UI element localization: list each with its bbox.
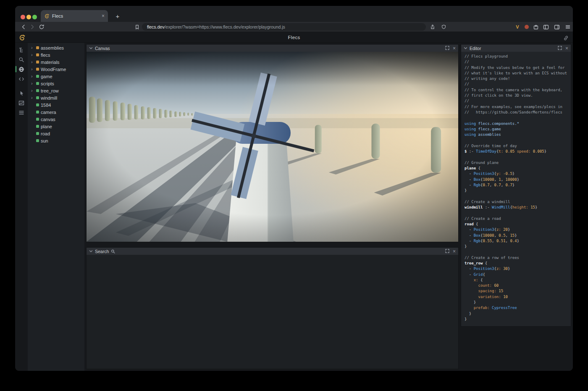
code-line: // what it's like to work with an ECS wi… (465, 71, 568, 76)
tree-item-WoodFrame[interactable]: ›WoodFrame (28, 66, 84, 73)
code-line: // writing any code! (465, 76, 568, 82)
expand-arrow-icon[interactable]: › (31, 53, 34, 57)
log-rows-icon[interactable] (15, 108, 28, 117)
expand-arrow-icon[interactable]: › (31, 74, 34, 79)
tree-item-label: canvas (41, 117, 55, 122)
tab-title: Flecs (52, 13, 63, 18)
flecs-favicon-icon (44, 13, 50, 19)
sidebar-toggle-icon[interactable] (542, 22, 550, 32)
editor-panel: Editor × // Flecs playground//// Modify … (461, 44, 571, 327)
tree-item-label: plane (41, 124, 52, 129)
expand-arrow-icon[interactable]: › (31, 88, 34, 93)
browser-menu-icon[interactable] (564, 22, 572, 32)
expand-arrow-icon[interactable]: › (31, 60, 34, 64)
collapse-chevron-icon[interactable] (464, 46, 467, 50)
expand-arrow-icon[interactable]: › (31, 95, 34, 100)
close-window-button[interactable] (21, 15, 25, 19)
browser-window: Flecs × + flecs.dev/explorer/?wasm=https… (15, 6, 573, 371)
expand-panel-icon[interactable] (445, 249, 449, 254)
entity-color-swatch (36, 89, 39, 92)
app-header: Flecs (15, 32, 573, 43)
tree-item-tree_row[interactable]: ›tree_row (28, 87, 84, 94)
code-line: x: { (465, 277, 568, 283)
back-button[interactable] (19, 22, 28, 32)
expand-panel-icon[interactable] (558, 46, 562, 51)
code-line: - Rgb{0.55, 0.51, 0.4} (465, 238, 568, 244)
bookmark-icon[interactable] (133, 22, 141, 32)
close-panel-icon[interactable]: × (453, 249, 456, 254)
entity-color-swatch (36, 68, 39, 71)
code-line: using flecs.game (465, 127, 568, 132)
code-line: } (465, 311, 568, 317)
panel-toggle-icon[interactable] (553, 22, 561, 32)
code-icon[interactable] (15, 74, 28, 84)
entities-tree-icon[interactable] (15, 45, 28, 55)
code-line: - Position3{y: -0.5} (465, 171, 568, 177)
tree-item-sun[interactable]: sun (28, 137, 84, 144)
minimize-window-button[interactable] (26, 15, 31, 19)
reload-button[interactable] (37, 22, 46, 32)
code-line: spacing: 15 (465, 288, 568, 294)
extension-v-icon[interactable]: V (513, 22, 522, 32)
address-bar[interactable]: flecs.dev/explorer/?wasm=https://www.fle… (142, 23, 426, 31)
code-editor[interactable]: // Flecs playground//// Modify the value… (461, 52, 571, 326)
canvas-3d-view[interactable] (87, 52, 458, 242)
tree-item-plane[interactable]: plane (28, 123, 84, 130)
tree-item-road[interactable]: road (28, 130, 84, 137)
browser-toolbar: flecs.dev/explorer/?wasm=https://www.fle… (15, 22, 573, 32)
new-tab-button[interactable]: + (113, 11, 122, 21)
canvas-body (87, 52, 458, 242)
extension-dot-icon[interactable] (522, 22, 531, 32)
search-icon[interactable] (15, 55, 28, 64)
app-body: ›assemblies›flecs›materials›WoodFrame›ga… (15, 43, 573, 371)
code-line: using assemblies (465, 132, 568, 137)
code-line: // Override time of day (465, 143, 568, 149)
tree-item-game[interactable]: ›game (28, 73, 84, 80)
inspector-cursor-icon[interactable] (15, 88, 28, 98)
code-line: - Box{10000, 1, 10000} (465, 177, 568, 182)
canvas-panel-header: Canvas × (87, 45, 458, 52)
expand-arrow-icon[interactable]: › (31, 67, 34, 71)
tab-close-icon[interactable]: × (102, 13, 105, 18)
entity-color-swatch (36, 111, 39, 114)
code-line: // For more examples, see examples/plecs… (465, 104, 568, 110)
tree-item-windmill[interactable]: ›windmill (28, 94, 84, 101)
close-panel-icon[interactable]: × (565, 46, 568, 51)
share-icon[interactable] (428, 22, 437, 32)
stats-chart-icon[interactable] (15, 98, 28, 108)
shield-icon[interactable] (439, 22, 448, 32)
tree-item-materials[interactable]: ›materials (28, 58, 84, 66)
browser-tab[interactable]: Flecs × (41, 10, 108, 22)
code-line: - Position3{z: 30} (465, 266, 568, 272)
tree-item-flecs[interactable]: ›flecs (28, 51, 84, 58)
entity-color-swatch (36, 132, 39, 135)
url-path: /explorer/?wasm=https://www.flecs.dev/ex… (164, 24, 285, 29)
collapse-chevron-icon[interactable] (89, 46, 93, 50)
tree-item-assemblies[interactable]: ›assemblies (28, 44, 84, 51)
expand-arrow-icon[interactable]: › (31, 81, 34, 86)
collapse-chevron-icon[interactable] (89, 249, 93, 253)
entity-color-swatch (36, 75, 39, 78)
tree-item-camera[interactable]: camera (28, 108, 84, 116)
extensions-puzzle-icon[interactable] (532, 22, 540, 32)
code-line: $ :- TimeOfDay{t: 0.05 speed: 0.005} (465, 149, 568, 154)
code-line: } (465, 317, 568, 322)
tree-item-label: WoodFrame (41, 67, 66, 72)
share-link-icon[interactable] (563, 35, 569, 42)
tree-item-scripts[interactable]: ›scripts (28, 80, 84, 87)
close-panel-icon[interactable]: × (453, 46, 456, 51)
expand-panel-icon[interactable] (445, 46, 449, 51)
editor-panel-title: Editor (470, 46, 481, 51)
search-panel-header: Search × (87, 248, 458, 255)
code-line: road { (465, 222, 568, 227)
forward-button[interactable] (28, 22, 37, 32)
zoom-window-button[interactable] (32, 15, 37, 19)
entity-color-swatch (36, 53, 39, 56)
entity-color-swatch (36, 46, 39, 49)
tree-item-1584[interactable]: 1584 (28, 101, 84, 108)
tree-item-canvas[interactable]: canvas (28, 116, 84, 123)
expand-arrow-icon[interactable]: › (31, 45, 34, 50)
code-line: // Create a road (465, 216, 568, 222)
world-icon[interactable] (15, 64, 28, 74)
search-panel: Search × (86, 247, 459, 369)
